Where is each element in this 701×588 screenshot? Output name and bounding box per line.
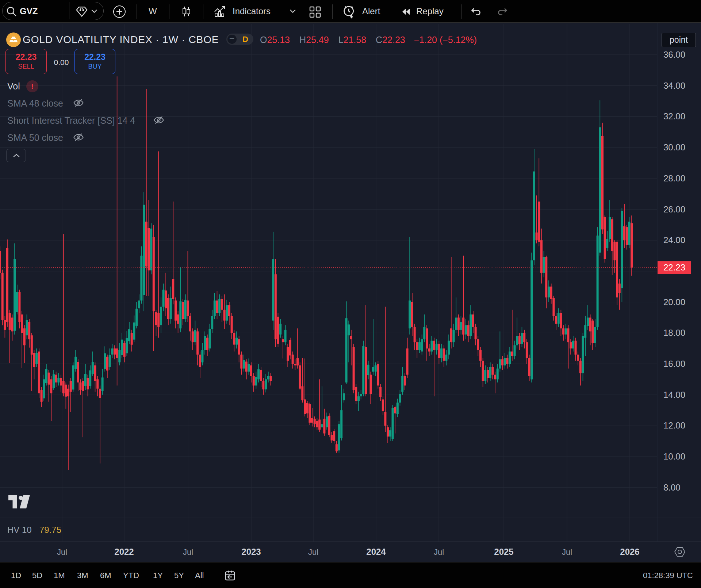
svg-text:2026: 2026	[620, 547, 639, 557]
svg-text:Jul: Jul	[308, 547, 318, 557]
svg-text:20.00: 20.00	[663, 297, 685, 307]
svg-text:79.75: 79.75	[39, 525, 61, 535]
svg-text:10.00: 10.00	[663, 451, 685, 461]
svg-text:2025: 2025	[494, 547, 513, 557]
svg-text:12.00: 12.00	[663, 420, 685, 430]
svg-text:16.00: 16.00	[663, 359, 685, 369]
svg-text:2022: 2022	[114, 547, 134, 557]
svg-text:Jul: Jul	[562, 547, 572, 557]
svg-text:18.00: 18.00	[663, 328, 685, 338]
svg-text:HV 10: HV 10	[7, 525, 32, 535]
svg-text:2024: 2024	[366, 547, 386, 557]
svg-text:22.23: 22.23	[663, 262, 685, 272]
svg-text:2023: 2023	[241, 547, 261, 557]
svg-text:Jul: Jul	[183, 547, 193, 557]
svg-text:Jul: Jul	[57, 547, 67, 557]
svg-text:8.00: 8.00	[663, 483, 681, 492]
svg-text:Jul: Jul	[434, 547, 444, 557]
svg-text:14.00: 14.00	[663, 390, 685, 400]
